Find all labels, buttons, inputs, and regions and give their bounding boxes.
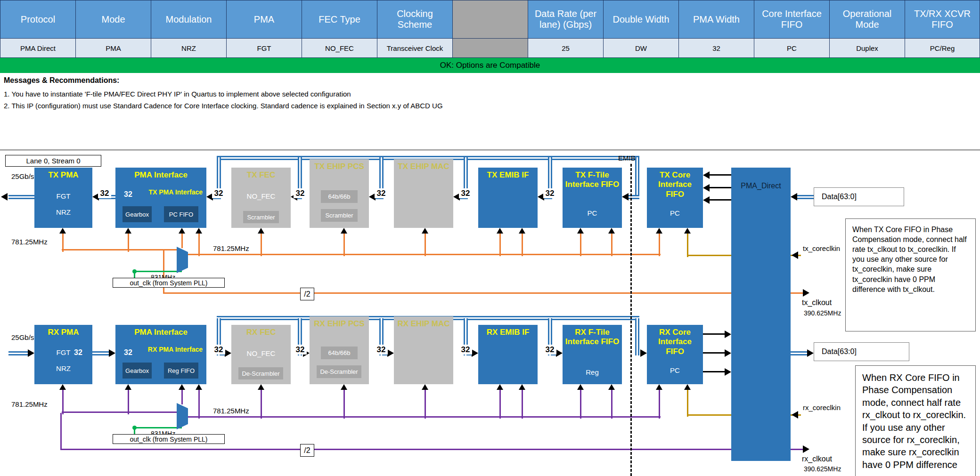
tx-ftile-fifo-block: TX F-Tile Interface FIFO PC	[563, 168, 622, 228]
arrow-up-icon	[125, 384, 131, 390]
clock-wire	[198, 233, 200, 256]
clock-wire	[659, 389, 660, 419]
arrow-up-icon	[497, 384, 503, 390]
arrow-up-icon	[341, 228, 347, 234]
arrow-up-icon	[577, 384, 584, 390]
arrow-right-icon	[556, 349, 563, 357]
arrow-up-icon	[179, 384, 185, 390]
arrow-up-icon	[422, 384, 428, 390]
clock-wire	[611, 389, 612, 419]
block-title: TX EHIP MAC	[394, 159, 453, 171]
clock-wire	[425, 233, 426, 256]
column-value[interactable]: FGT	[226, 39, 302, 58]
divider	[0, 150, 980, 150]
arrow-left-icon	[792, 251, 798, 259]
half-rate-wire	[163, 292, 803, 294]
column-value[interactable]: Transceiver Clock	[377, 39, 452, 58]
arrow-up-icon	[59, 228, 66, 234]
column-value[interactable]: NO_FEC	[302, 39, 377, 58]
tx-core-fifo-block: TX Core Interface FIFO PC	[647, 168, 703, 228]
rx-ftile-fifo-block: RX F-Tile Interface FIFO Reg	[563, 325, 622, 384]
column-value[interactable]: Duplex	[829, 39, 905, 58]
fifo-mode-label: PC	[563, 209, 622, 217]
block-title: TX PMA	[34, 168, 92, 180]
table-column-xcvr-fifo: TX/RX XCVR FIFO PC/Reg	[905, 0, 980, 58]
table-column-double-width: Double Width DW	[603, 0, 678, 58]
table-column-core-interface-fifo: Core Interface FIFO PC	[754, 0, 829, 58]
pma-direct-block: PMA_Direct	[731, 168, 791, 461]
column-value[interactable]: PMA Direct	[0, 39, 75, 58]
rx-ehip-mac-block: RX EHIP MAC	[394, 316, 453, 384]
status-banner: OK: Options are Compatible	[0, 58, 980, 73]
rx-ehip-pcs-block: RX EHIP PCS 64b/66b De-Scrambler	[310, 316, 369, 384]
clock-wire	[499, 233, 501, 256]
column-header: PMA Width	[678, 0, 754, 39]
column-value[interactable]: DW	[603, 39, 678, 58]
half-rate-wire	[60, 413, 62, 450]
arrow-up-icon	[684, 228, 691, 234]
column-header: TX/RX XCVR FIFO	[905, 0, 980, 39]
descrambler-subblock: De-Scrambler	[317, 365, 361, 378]
arrow-right-icon	[803, 289, 809, 297]
table-column-pma-width: PMA Width 32	[678, 0, 754, 58]
clock-wire	[128, 233, 129, 252]
column-header: Clocking Scheme	[377, 0, 452, 39]
table-column-protocol: Protocol PMA Direct	[0, 0, 75, 58]
arrow-right-icon	[725, 368, 731, 376]
arrow-left-icon	[791, 193, 797, 201]
message-item: 2. This IP (configuration) must use Stan…	[4, 102, 443, 110]
wire	[703, 352, 725, 354]
column-header: PMA	[226, 0, 302, 39]
arrow-up-icon	[196, 228, 202, 234]
clock-wire	[687, 233, 688, 257]
clock-wire	[62, 233, 64, 252]
rx-clkout-label: rx_clkout	[802, 455, 832, 463]
reg-fifo-subblock: Reg FIFO	[164, 363, 198, 379]
bus-width-label: 32	[294, 345, 307, 355]
tx-ehip-mac-block: TX EHIP MAC	[394, 159, 453, 228]
column-value[interactable]: PMA	[75, 39, 151, 58]
clock-wire	[198, 389, 200, 419]
messages-title: Messages & Recommendations:	[4, 76, 119, 85]
arrow-up-icon	[258, 384, 264, 390]
column-value[interactable]: 25	[528, 39, 603, 58]
bus-width-label: 32	[212, 345, 225, 355]
bus-width-label: 32	[375, 345, 388, 355]
clock-freq-label: 781.25MHz	[213, 244, 249, 252]
rx-clock-bus	[62, 411, 177, 413]
arrow-left-icon	[622, 193, 629, 201]
arrow-right-icon	[28, 349, 34, 357]
config-table: Protocol PMA Direct Mode PMA Modulation …	[0, 0, 980, 58]
bus-width-label: 32	[98, 188, 111, 198]
clock-freq-label: 781.25MHz	[11, 238, 48, 246]
clock-wire	[425, 389, 426, 419]
tx-clkout-label: tx_clkout	[802, 299, 832, 307]
column-header: Protocol	[0, 0, 75, 39]
wire	[710, 174, 731, 176]
column-value[interactable]: PC	[754, 39, 829, 58]
column-value[interactable]: 32	[678, 39, 754, 58]
arrow-left-icon	[703, 171, 710, 179]
arrow-up-icon	[422, 228, 428, 234]
column-header: Operational Mode	[829, 0, 905, 39]
bus-width-label: 32	[212, 188, 225, 198]
pll-clock-wire	[134, 427, 182, 428]
column-header: Core Interface FIFO	[754, 0, 829, 39]
block-title: TX FEC	[231, 168, 291, 180]
bus-width-label: 32	[124, 348, 132, 357]
tx-clock-bus	[62, 249, 177, 250]
clock-wire	[522, 233, 523, 256]
rx-pma-interface-block: PMA Interface RX PMA Interface 32 Gearbo…	[115, 325, 206, 384]
column-value[interactable]: PC/Reg	[905, 39, 980, 58]
column-header: Double Width	[603, 0, 678, 39]
lane-stream-label: Lane 0, Stream 0	[5, 155, 101, 167]
column-value[interactable]: NRZ	[151, 39, 226, 58]
arrow-up-icon	[59, 384, 66, 390]
clock-wire	[62, 389, 64, 414]
arrow-up-icon	[519, 384, 525, 390]
bus-segment	[8, 195, 34, 199]
clock-wire	[181, 233, 183, 248]
pll-clock-wire	[134, 271, 182, 272]
gearbox-subblock: Gearbox	[122, 206, 152, 222]
half-rate-wire	[60, 449, 803, 450]
